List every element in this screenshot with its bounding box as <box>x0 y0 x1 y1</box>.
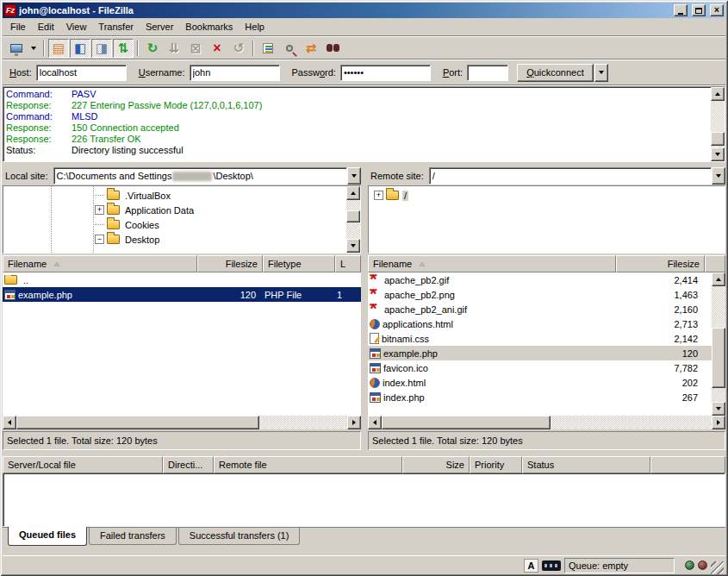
find-files-button[interactable] <box>322 39 343 58</box>
file-row[interactable]: favicon.ico 7,782 <box>368 360 712 375</box>
file-row[interactable]: index.html 202 <box>368 375 712 390</box>
vertical-splitter[interactable] <box>361 166 368 185</box>
password-input[interactable] <box>340 65 431 81</box>
scroll-up-button[interactable] <box>712 272 725 286</box>
toggle-local-tree-button[interactable]: ◧ <box>70 39 90 58</box>
remote-list-horizontal-scrollbar[interactable] <box>368 416 725 429</box>
synchronized-browsing-button[interactable]: ⇄ <box>301 39 321 58</box>
local-site-dropdown-button[interactable] <box>347 167 361 185</box>
column-header-server-local-file[interactable]: Server/Local file <box>3 456 163 473</box>
refresh-icon: ↻ <box>147 41 159 54</box>
port-input[interactable] <box>467 65 508 81</box>
menu-view[interactable]: View <box>60 20 93 34</box>
file-row-example-php[interactable]: example.php 120 PHP File 1 <box>3 287 361 302</box>
tab-successful-transfers[interactable]: Successful transfers (1) <box>178 528 301 545</box>
remote-path-value[interactable]: / <box>429 167 712 185</box>
remote-list-vertical-scrollbar[interactable] <box>712 272 725 416</box>
menu-transfer[interactable]: Transfer <box>92 20 140 34</box>
file-row[interactable]: index.php 267 <box>368 390 712 404</box>
site-manager-button[interactable] <box>6 39 27 58</box>
file-row[interactable]: bitnami.css 2,142 <box>368 331 712 346</box>
menu-bookmarks[interactable]: Bookmarks <box>179 20 239 34</box>
tab-failed-transfers[interactable]: Failed transfers <box>89 528 177 545</box>
file-row[interactable]: *apache_pb2.png 1,463 <box>368 287 712 302</box>
menu-file[interactable]: File <box>4 20 32 34</box>
apache-image-icon: * <box>370 291 382 301</box>
username-input[interactable] <box>190 65 280 81</box>
directory-listing-filters-button[interactable] <box>258 39 278 58</box>
queue-list-body[interactable] <box>3 473 725 527</box>
column-header-status[interactable]: Status <box>522 456 650 473</box>
scroll-thumb[interactable] <box>711 132 725 146</box>
menu-help[interactable]: Help <box>239 20 271 34</box>
resize-grip[interactable] <box>711 561 724 574</box>
splitter-horizontal[interactable] <box>3 450 725 456</box>
log-vertical-scrollbar[interactable] <box>711 87 725 161</box>
column-header-direction[interactable]: Directi... <box>163 456 214 473</box>
menu-server[interactable]: Server <box>140 20 179 34</box>
tree-item-cookies[interactable]: Cookies <box>3 217 346 232</box>
column-header-filename[interactable]: Filename <box>3 255 197 272</box>
expand-plus-icon[interactable]: + <box>95 205 104 215</box>
local-list-horizontal-scrollbar[interactable] <box>3 416 361 429</box>
minimize-button[interactable] <box>674 4 688 16</box>
scroll-thumb[interactable] <box>712 328 725 388</box>
tree-item-virtualbox[interactable]: .VirtualBox <box>3 188 346 203</box>
scroll-down-button[interactable] <box>711 147 725 161</box>
column-header-filetype[interactable]: Filetype <box>263 255 335 272</box>
scroll-thumb[interactable] <box>346 210 360 222</box>
tab-queued-files[interactable]: Queued files <box>8 527 87 546</box>
tree-item-root[interactable]: + / <box>369 188 725 203</box>
local-path-value[interactable]: C:\Documents and Settings\Desktop\ <box>53 167 347 185</box>
refresh-button[interactable]: ↻ <box>142 39 163 58</box>
scroll-left-button[interactable] <box>3 416 16 429</box>
remote-site-dropdown-button[interactable] <box>712 167 725 185</box>
scroll-thumb[interactable] <box>16 416 259 429</box>
reconnect-button[interactable]: ↺ <box>228 39 249 58</box>
file-row[interactable]: *apache_pb2_ani.gif 2,160 <box>368 302 712 316</box>
menu-edit[interactable]: Edit <box>32 20 60 34</box>
file-row[interactable]: applications.html 2,713 <box>368 316 712 331</box>
scroll-thumb[interactable] <box>382 416 551 429</box>
column-header-priority[interactable]: Priority <box>470 456 522 473</box>
column-header-filesize[interactable]: Filesize <box>197 255 263 272</box>
site-manager-dropdown-button[interactable] <box>28 39 40 58</box>
local-tree-vertical-scrollbar[interactable] <box>346 186 360 253</box>
host-input[interactable] <box>36 65 127 81</box>
maximize-button[interactable] <box>692 4 706 16</box>
disconnect-button[interactable]: × <box>207 39 227 58</box>
scroll-up-button[interactable] <box>711 87 725 101</box>
scroll-down-button[interactable] <box>712 402 725 416</box>
tree-item-desktop[interactable]: − Desktop <box>3 232 346 247</box>
expand-plus-icon[interactable]: + <box>374 191 383 200</box>
process-queue-button[interactable]: ⇊ <box>164 39 184 58</box>
column-header-size[interactable]: Size <box>402 456 470 473</box>
toggle-message-log-button[interactable]: ▤ <box>48 39 69 58</box>
file-row[interactable]: *apache_pb2.gif 2,414 <box>368 272 712 287</box>
vertical-splitter[interactable] <box>361 255 368 450</box>
vertical-splitter[interactable] <box>361 185 368 254</box>
collapse-minus-icon[interactable]: − <box>95 235 104 244</box>
scroll-up-button[interactable] <box>346 186 360 200</box>
quickconnect-button[interactable]: Quickconnect <box>517 64 594 82</box>
column-header-filesize[interactable]: Filesize <box>616 255 705 272</box>
scroll-right-button[interactable] <box>347 416 361 429</box>
column-header-filename[interactable]: Filename <box>368 255 616 272</box>
cancel-operation-button[interactable]: ⊠ <box>185 39 206 58</box>
file-row-example-php[interactable]: example.php 120 <box>368 346 712 360</box>
scroll-right-button[interactable] <box>712 416 725 429</box>
directory-comparison-button[interactable] <box>279 39 300 58</box>
scroll-down-button[interactable] <box>346 239 360 253</box>
quickconnect-dropdown-button[interactable] <box>594 64 608 82</box>
filezilla-app-icon[interactable]: Fz <box>4 4 16 16</box>
toggle-remote-tree-button[interactable]: ◨ <box>91 39 112 58</box>
column-header-remote-file[interactable]: Remote file <box>214 456 402 473</box>
local-site-combobox[interactable]: C:\Documents and Settings\Desktop\ <box>53 167 361 185</box>
toggle-transfer-queue-button[interactable]: ⇅ <box>113 39 134 58</box>
remote-site-combobox[interactable]: / <box>429 167 725 185</box>
column-header-last-modified[interactable]: L <box>335 255 361 272</box>
tree-item-application-data[interactable]: + Application Data <box>3 203 346 217</box>
file-row-parent-dir[interactable]: .. <box>3 272 361 287</box>
scroll-left-button[interactable] <box>368 416 382 429</box>
close-button[interactable]: × <box>710 4 724 16</box>
